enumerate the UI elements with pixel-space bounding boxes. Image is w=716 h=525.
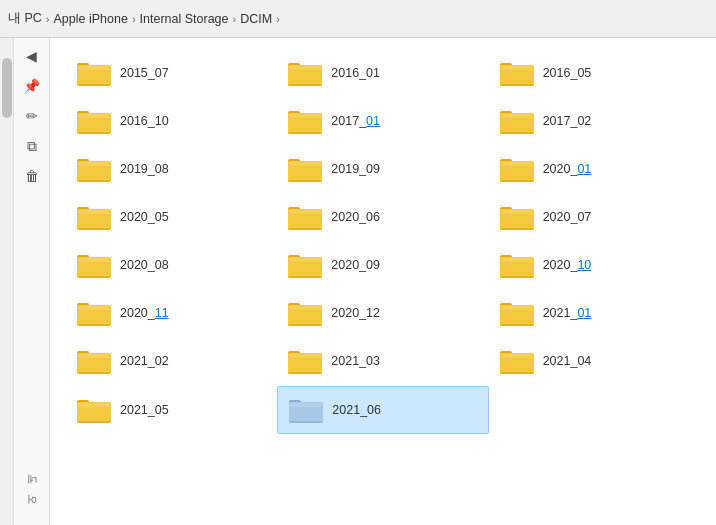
svg-rect-63 (78, 306, 110, 310)
folder-item[interactable]: 2021_02 (66, 338, 277, 384)
sidebar-label-eo: 어 (25, 497, 39, 515)
folder-name: 2019_08 (120, 162, 169, 176)
svg-rect-67 (289, 306, 321, 310)
folder-item[interactable]: 2020_07 (489, 194, 700, 240)
folder-name: 2020_06 (331, 210, 380, 224)
folder-item[interactable]: 2021_06 (277, 386, 488, 434)
svg-rect-6 (288, 84, 322, 86)
svg-rect-51 (78, 258, 110, 262)
svg-rect-59 (501, 258, 533, 262)
sidebar-label-ne: 네 (25, 477, 39, 495)
svg-rect-46 (500, 228, 534, 230)
svg-rect-87 (78, 403, 110, 407)
sidebar-delete-icon[interactable]: 🗑 (18, 162, 46, 190)
svg-rect-75 (78, 354, 110, 358)
folder-item[interactable]: 2016_10 (66, 98, 277, 144)
svg-rect-18 (288, 132, 322, 134)
folder-item[interactable]: 2021_04 (489, 338, 700, 384)
folder-item[interactable]: 2020_05 (66, 194, 277, 240)
svg-rect-26 (77, 180, 111, 182)
svg-rect-15 (78, 114, 110, 118)
svg-rect-78 (288, 372, 322, 374)
svg-rect-54 (288, 276, 322, 278)
folder-name: 2020_07 (543, 210, 592, 224)
folder-item[interactable]: 2016_01 (277, 50, 488, 96)
breadcrumb-storage[interactable]: Internal Storage (140, 12, 229, 26)
svg-rect-47 (501, 210, 533, 214)
breadcrumb-iphone[interactable]: Apple iPhone (54, 12, 128, 26)
folder-name: 2016_10 (120, 114, 169, 128)
svg-rect-23 (501, 114, 533, 118)
folder-item[interactable]: 2020_06 (277, 194, 488, 240)
svg-rect-34 (500, 180, 534, 182)
folder-name: 2020_10 (543, 258, 592, 272)
folder-name: 2021_06 (332, 403, 381, 417)
left-scrollbar[interactable] (0, 38, 14, 525)
sidebar-collapse-icon[interactable]: ◀ (18, 42, 46, 70)
svg-rect-11 (501, 66, 533, 70)
svg-rect-19 (289, 114, 321, 118)
svg-rect-55 (289, 258, 321, 262)
folder-item[interactable]: 2021_03 (277, 338, 488, 384)
folder-name: 2017_02 (543, 114, 592, 128)
svg-rect-66 (288, 324, 322, 326)
main-layout: ◀ 📌 ✏ ⧉ 🗑 네 어 2015_07 2016_01 (0, 38, 716, 525)
svg-rect-35 (501, 162, 533, 166)
breadcrumb: 내 PC › Apple iPhone › Internal Storage ›… (8, 10, 280, 27)
folder-name: 2020_08 (120, 258, 169, 272)
folder-item[interactable]: 2021_05 (66, 386, 277, 434)
breadcrumb-mypc[interactable]: 내 PC (8, 10, 42, 27)
sidebar-edit-icon[interactable]: ✏ (18, 102, 46, 130)
folder-item[interactable]: 2020_08 (66, 242, 277, 288)
folder-name: 2021_02 (120, 354, 169, 368)
content-area[interactable]: 2015_07 2016_01 2016_05 2016_10 (50, 38, 716, 525)
svg-rect-43 (289, 210, 321, 214)
folder-name: 2020_11 (120, 306, 169, 320)
sidebar: ◀ 📌 ✏ ⧉ 🗑 네 어 (14, 38, 50, 525)
svg-rect-74 (77, 372, 111, 374)
svg-rect-3 (78, 66, 110, 70)
folder-name: 2017_01 (331, 114, 380, 128)
svg-rect-50 (77, 276, 111, 278)
folder-name: 2021_01 (543, 306, 592, 320)
folder-name: 2020_12 (331, 306, 380, 320)
breadcrumb-sep-2: › (233, 13, 237, 25)
folder-name: 2015_07 (120, 66, 169, 80)
svg-rect-10 (500, 84, 534, 86)
folder-item[interactable]: 2020_01 (489, 146, 700, 192)
folder-item[interactable]: 2017_02 (489, 98, 700, 144)
svg-rect-91 (290, 403, 322, 407)
folder-item[interactable]: 2017_01 (277, 98, 488, 144)
breadcrumb-sep-0: › (46, 13, 50, 25)
svg-rect-62 (77, 324, 111, 326)
folder-item[interactable]: 2020_11 (66, 290, 277, 336)
breadcrumb-sep-3: › (276, 13, 280, 25)
sidebar-copy-icon[interactable]: ⧉ (18, 132, 46, 160)
folder-name: 2021_05 (120, 403, 169, 417)
svg-rect-70 (500, 324, 534, 326)
folder-name: 2020_05 (120, 210, 169, 224)
folder-item[interactable]: 2016_05 (489, 50, 700, 96)
breadcrumb-sep-1: › (132, 13, 136, 25)
folder-name: 2021_04 (543, 354, 592, 368)
left-scrollbar-thumb[interactable] (2, 58, 12, 118)
svg-rect-7 (289, 66, 321, 70)
sidebar-pin-icon[interactable]: 📌 (18, 72, 46, 100)
folder-name: 2019_09 (331, 162, 380, 176)
folder-item[interactable]: 2019_08 (66, 146, 277, 192)
svg-rect-58 (500, 276, 534, 278)
folder-item[interactable]: 2019_09 (277, 146, 488, 192)
folder-name: 2016_01 (331, 66, 380, 80)
svg-rect-42 (288, 228, 322, 230)
folder-item[interactable]: 2020_12 (277, 290, 488, 336)
svg-rect-2 (77, 84, 111, 86)
svg-rect-14 (77, 132, 111, 134)
breadcrumb-dcim[interactable]: DCIM (240, 12, 272, 26)
svg-rect-30 (288, 180, 322, 182)
svg-rect-79 (289, 354, 321, 358)
folder-item[interactable]: 2020_10 (489, 242, 700, 288)
folder-item[interactable]: 2015_07 (66, 50, 277, 96)
folder-item[interactable]: 2020_09 (277, 242, 488, 288)
folder-item[interactable]: 2021_01 (489, 290, 700, 336)
folder-name: 2021_03 (331, 354, 380, 368)
